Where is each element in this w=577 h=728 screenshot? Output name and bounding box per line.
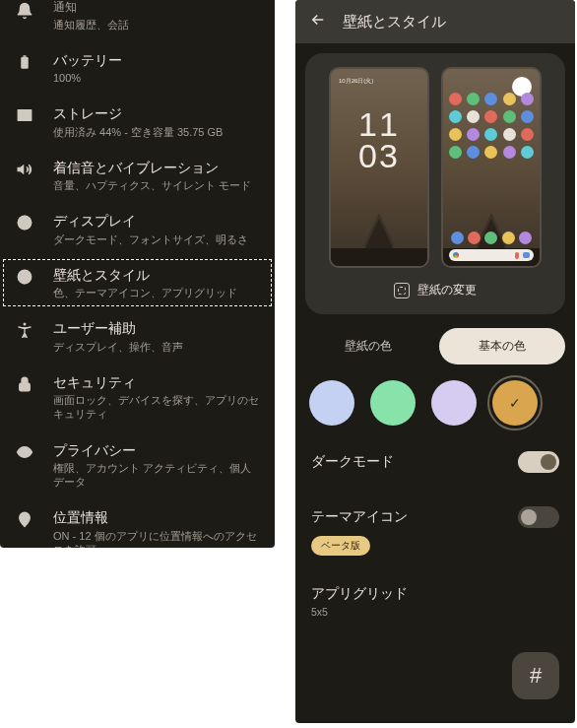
dock — [449, 232, 534, 244]
lockscreen-clock: 11 03 — [331, 108, 427, 172]
settings-item-title: ストレージ — [53, 104, 261, 122]
palette-icon — [14, 266, 35, 286]
settings-item-privacy[interactable]: プライバシー権限、アカウント アクティビティ、個人データ — [0, 431, 275, 499]
detail-header: 壁紙とスタイル — [295, 0, 575, 43]
settings-item-notifications[interactable]: 通知通知履歴、会話 — [0, 0, 275, 41]
settings-item-subtitle: 通知履歴、会話 — [53, 18, 261, 32]
beta-badge: ベータ版 — [311, 536, 370, 556]
settings-item-subtitle: 権限、アカウント アクティビティ、個人データ — [53, 461, 261, 490]
privacy-icon — [14, 441, 35, 461]
settings-item-sound[interactable]: 着信音とバイブレーション音量、ハプティクス、サイレント モード — [0, 149, 275, 202]
settings-item-location[interactable]: 位置情報ON - 12 個のアプリに位置情報へのアクセスを許可 — [0, 498, 275, 548]
themed-icons-toggle[interactable] — [518, 506, 559, 528]
color-swatch-1[interactable] — [370, 380, 416, 426]
wallpaper-illustration — [331, 187, 427, 266]
dark-mode-row[interactable]: ダークモード — [311, 451, 559, 473]
settings-item-title: 通知 — [53, 0, 261, 16]
app-icon-grid — [449, 93, 534, 159]
settings-item-subtitle: 色、テーマアイコン、アプリグリッド — [53, 286, 261, 299]
checkmark-icon: ✓ — [509, 395, 521, 411]
dark-mode-toggle[interactable] — [518, 451, 559, 473]
google-logo-icon — [453, 252, 459, 258]
battery-icon — [14, 51, 35, 71]
settings-item-title: ディスプレイ — [53, 212, 261, 230]
svg-rect-3 — [18, 114, 32, 117]
bell-icon — [14, 0, 35, 20]
settings-item-subtitle: ダークモード、フォントサイズ、明るさ — [53, 232, 261, 246]
settings-item-display[interactable]: ディスプレイダークモード、フォントサイズ、明るさ — [0, 202, 275, 255]
detail-title: 壁紙とスタイル — [343, 13, 446, 32]
app-grid-row[interactable]: アプリグリッド 5x5 — [311, 585, 559, 618]
settings-item-battery[interactable]: バッテリー100% — [0, 41, 275, 95]
search-bar — [449, 249, 534, 261]
wallpaper-style-panel: 壁紙とスタイル 10月26日(火) 11 03 — [295, 0, 575, 723]
accessibility-icon — [14, 319, 35, 339]
mic-icon — [515, 252, 519, 259]
svg-rect-4 — [18, 118, 32, 121]
settings-item-wallpaper[interactable]: 壁紙とスタイル色、テーマアイコン、アプリグリッド — [0, 256, 275, 309]
settings-item-title: ユーザー補助 — [53, 319, 261, 337]
settings-item-accessibility[interactable]: ユーザー補助ディスプレイ、操作、音声 — [0, 309, 275, 363]
settings-item-title: 位置情報 — [53, 508, 261, 526]
tab-basic-colors[interactable]: 基本の色 — [439, 328, 565, 364]
location-icon — [14, 508, 35, 528]
settings-item-security[interactable]: セキュリティ画面ロック、デバイスを探す、アプリのセキュリティ — [0, 364, 275, 431]
svg-point-6 — [23, 221, 28, 226]
app-grid-fab[interactable]: # — [512, 652, 559, 699]
svg-point-9 — [24, 272, 26, 274]
settings-item-title: 壁紙とスタイル — [53, 266, 261, 284]
svg-rect-0 — [21, 57, 29, 69]
color-swatch-2[interactable] — [431, 380, 477, 426]
change-wallpaper-button[interactable]: 壁紙の変更 — [394, 282, 477, 298]
svg-point-14 — [23, 516, 27, 520]
svg-point-10 — [27, 274, 29, 276]
svg-rect-2 — [18, 110, 32, 113]
settings-item-title: セキュリティ — [53, 373, 261, 391]
color-swatch-row: ✓ — [305, 380, 565, 426]
svg-point-11 — [24, 323, 27, 326]
lock-icon — [14, 373, 35, 393]
grid-hash-icon: # — [530, 663, 542, 689]
settings-item-storage[interactable]: ストレージ使用済み 44% - 空き容量 35.75 GB — [0, 95, 275, 148]
back-arrow-icon[interactable] — [309, 11, 327, 33]
settings-item-subtitle: 音量、ハプティクス、サイレント モード — [53, 178, 261, 192]
color-source-tabs: 壁紙の色 基本の色 — [305, 328, 565, 364]
wallpaper-preview-card: 10月26日(火) 11 03 — [305, 53, 565, 314]
settings-list-panel: 通知通知履歴、会話バッテリー100%ストレージ使用済み 44% - 空き容量 3… — [0, 0, 275, 548]
color-swatch-0[interactable] — [309, 380, 354, 426]
settings-item-subtitle: 使用済み 44% - 空き容量 35.75 GB — [53, 125, 261, 139]
svg-rect-1 — [24, 55, 27, 57]
lockscreen-preview[interactable]: 10月26日(火) 11 03 — [329, 67, 429, 268]
svg-rect-12 — [20, 383, 31, 391]
tab-wallpaper-colors[interactable]: 壁紙の色 — [305, 328, 431, 364]
settings-item-subtitle: 100% — [53, 71, 261, 85]
settings-item-subtitle: 画面ロック、デバイスを探す、アプリのセキュリティ — [53, 393, 261, 422]
themed-icons-row[interactable]: テーマアイコン — [311, 506, 559, 528]
svg-point-8 — [21, 274, 23, 276]
settings-item-subtitle: ON - 12 個のアプリに位置情報へのアクセスを許可 — [53, 529, 261, 548]
settings-item-subtitle: ディスプレイ、操作、音声 — [53, 340, 261, 354]
settings-item-title: プライバシー — [53, 441, 261, 459]
color-swatch-3[interactable]: ✓ — [492, 380, 538, 426]
storage-icon — [14, 104, 35, 124]
settings-item-title: バッテリー — [53, 51, 261, 69]
wallpaper-change-icon — [394, 283, 410, 298]
display-icon — [14, 212, 35, 232]
lens-icon — [523, 252, 530, 258]
settings-item-title: 着信音とバイブレーション — [53, 159, 261, 176]
sound-icon — [14, 159, 35, 178]
homescreen-preview[interactable] — [441, 67, 542, 268]
lockscreen-date: 10月26日(火) — [339, 77, 373, 86]
